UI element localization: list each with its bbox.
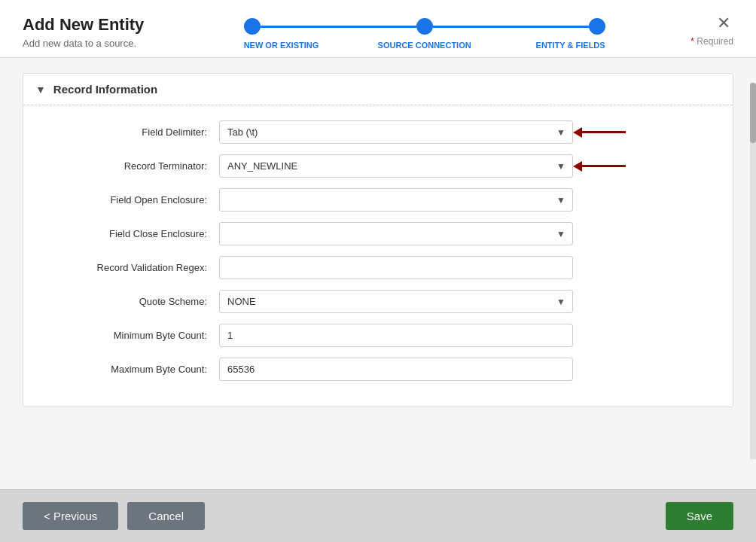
modal-footer: < Previous Cancel Save [0, 489, 756, 542]
record-terminator-label: Record Terminator: [46, 160, 219, 172]
step-1-circle [244, 18, 261, 35]
wizard-steps: NEW OR EXISTING SOURCE CONNECTION ENTITY… [158, 15, 690, 50]
record-validation-regex-input[interactable] [219, 256, 573, 279]
minimum-byte-count-row: Minimum Byte Count: [46, 324, 710, 347]
field-close-enclosure-label: Field Close Enclosure: [46, 228, 219, 239]
header-right: ✕ * Required [690, 15, 733, 47]
quote-scheme-select[interactable]: NONE [219, 290, 573, 313]
section-card: ▼ Record Information Field Delimiter: Ta… [23, 73, 733, 407]
record-terminator-row: Record Terminator: ANY_NEWLINE ▼ [46, 154, 710, 178]
field-open-enclosure-select-wrapper: ▼ [219, 188, 573, 212]
field-close-enclosure-control: ▼ [219, 222, 710, 245]
step-line-2 [433, 26, 589, 28]
steps-track [244, 18, 605, 35]
arrow-line-1 [581, 131, 626, 133]
required-star: * [690, 36, 694, 47]
steps-labels: NEW OR EXISTING SOURCE CONNECTION ENTITY… [244, 41, 605, 50]
record-validation-regex-row: Record Validation Regex: [46, 256, 710, 279]
step-line-1 [261, 26, 416, 28]
header-title-area: Add New Entity Add new data to a source. [23, 15, 158, 49]
minimum-byte-count-control [219, 324, 710, 347]
section-title: Record Information [53, 83, 157, 96]
field-delimiter-select[interactable]: Tab (\t) [219, 120, 573, 144]
modal-header: Add New Entity Add new data to a source.… [0, 0, 756, 58]
record-terminator-annotation [581, 165, 626, 167]
field-close-enclosure-select[interactable] [219, 222, 573, 245]
scrollbar-track [750, 83, 756, 459]
field-delimiter-select-wrapper: Tab (\t) ▼ [219, 120, 573, 144]
quote-scheme-row: Quote Scheme: NONE ▼ [46, 290, 710, 313]
section-toggle-icon: ▼ [35, 84, 46, 96]
field-delimiter-control: Tab (\t) ▼ [219, 120, 710, 144]
record-terminator-control: ANY_NEWLINE ▼ [219, 154, 710, 178]
quote-scheme-control: NONE ▼ [219, 290, 710, 313]
record-validation-regex-control [219, 256, 710, 279]
field-close-enclosure-select-wrapper: ▼ [219, 222, 573, 245]
scrollbar-thumb[interactable] [750, 83, 756, 143]
previous-button[interactable]: < Previous [23, 502, 118, 530]
modal-subtitle: Add new data to a source. [23, 38, 158, 49]
record-validation-regex-label: Record Validation Regex: [46, 262, 219, 273]
required-note: * Required [690, 36, 733, 47]
minimum-byte-count-input[interactable] [219, 324, 573, 347]
step-2-label: SOURCE CONNECTION [372, 41, 477, 50]
field-delimiter-row: Field Delimiter: Tab (\t) ▼ [46, 120, 710, 144]
modal-container: Add New Entity Add new data to a source.… [0, 0, 756, 542]
step-3-label: ENTITY & FIELDS [500, 41, 605, 50]
field-delimiter-annotation [581, 131, 626, 133]
arrow-line-2 [581, 165, 626, 167]
step-3-circle [589, 18, 605, 35]
modal-content: ▼ Record Information Field Delimiter: Ta… [0, 58, 756, 489]
maximum-byte-count-control [219, 358, 710, 381]
modal-title: Add New Entity [23, 15, 158, 35]
record-terminator-select[interactable]: ANY_NEWLINE [219, 154, 573, 178]
step-2-circle [416, 18, 433, 35]
field-open-enclosure-select[interactable] [219, 188, 573, 212]
field-open-enclosure-row: Field Open Enclosure: ▼ [46, 188, 710, 212]
maximum-byte-count-input[interactable] [219, 358, 573, 381]
save-button[interactable]: Save [666, 502, 733, 530]
record-terminator-select-wrapper: ANY_NEWLINE ▼ [219, 154, 573, 178]
quote-scheme-label: Quote Scheme: [46, 296, 219, 307]
cancel-button[interactable]: Cancel [127, 502, 205, 530]
field-open-enclosure-label: Field Open Enclosure: [46, 194, 219, 206]
minimum-byte-count-label: Minimum Byte Count: [46, 330, 219, 341]
section-body: Field Delimiter: Tab (\t) ▼ [23, 105, 733, 406]
maximum-byte-count-row: Maximum Byte Count: [46, 358, 710, 381]
close-button[interactable]: ✕ [714, 15, 733, 32]
section-header[interactable]: ▼ Record Information [23, 74, 733, 105]
maximum-byte-count-label: Maximum Byte Count: [46, 364, 219, 375]
step-1-label: NEW OR EXISTING [244, 41, 349, 50]
field-close-enclosure-row: Field Close Enclosure: ▼ [46, 222, 710, 245]
quote-scheme-select-wrapper: NONE ▼ [219, 290, 573, 313]
field-delimiter-label: Field Delimiter: [46, 126, 219, 138]
field-open-enclosure-control: ▼ [219, 188, 710, 212]
